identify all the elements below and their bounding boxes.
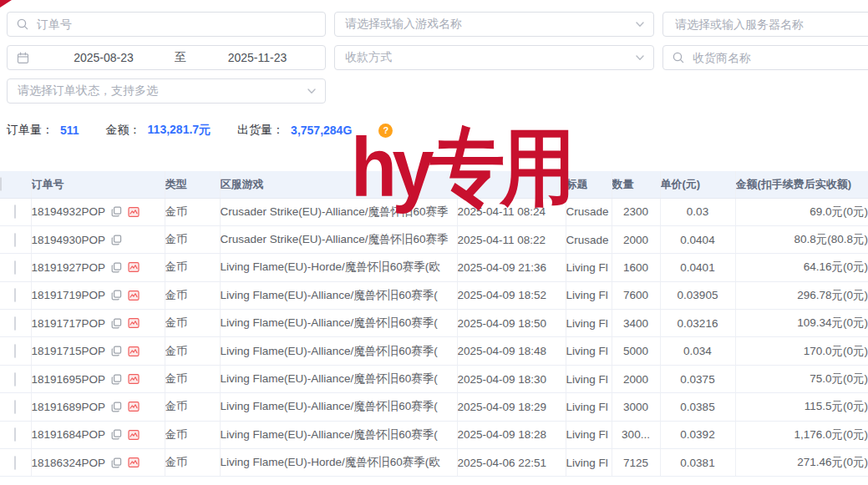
game-server: Crusader Strike(EU)-Alliance/魔兽怀旧60赛季	[220, 198, 457, 225]
order-title: Living Fl	[566, 393, 612, 421]
header-amount: 金额(扣手续费后实收额)	[735, 171, 868, 198]
merchant-name-input[interactable]	[691, 50, 868, 65]
order-amount: 109.34元(0元)	[735, 310, 868, 337]
game-server: Living Flame(EU)-Horde/魔兽怀旧60赛季(欧	[220, 254, 457, 281]
table-row: 18194930POP 金币 Crusader Strike(EU)-Allia…	[0, 225, 868, 253]
order-title: Living Fl	[566, 365, 612, 392]
header-time	[457, 171, 566, 198]
server-name-filter[interactable]	[662, 12, 868, 37]
order-type: 金币	[165, 449, 220, 477]
row-checkbox[interactable]	[14, 288, 16, 302]
chevron-down-icon	[307, 86, 317, 96]
order-amount: 170.0元(0元)	[735, 337, 868, 365]
image-icon[interactable]	[128, 261, 140, 273]
row-checkbox[interactable]	[14, 205, 16, 219]
row-checkbox[interactable]	[14, 344, 16, 358]
row-checkbox[interactable]	[14, 372, 16, 386]
copy-icon[interactable]	[111, 457, 122, 468]
order-number: 18191927POP	[32, 261, 106, 274]
order-price: 0.03216	[660, 310, 735, 337]
header-order-no: 订单号	[31, 171, 165, 198]
order-qty: 7125	[612, 449, 660, 477]
order-price: 0.0375	[660, 365, 735, 392]
merchant-name-filter[interactable]	[662, 45, 868, 70]
copy-icon[interactable]	[111, 374, 122, 385]
copy-icon[interactable]	[111, 346, 122, 356]
copy-icon[interactable]	[111, 429, 122, 440]
header-title: 标题	[566, 171, 612, 198]
image-icon[interactable]	[128, 290, 140, 301]
image-icon[interactable]	[128, 317, 140, 329]
table-row: 18194932POP 金币 Crusader Strike(EU)-Allia…	[0, 198, 868, 225]
order-time: 2025-04-09 18:52	[457, 281, 566, 309]
order-type: 金币	[165, 365, 220, 392]
date-end[interactable]: 2025-11-23	[190, 51, 325, 64]
copy-icon[interactable]	[111, 235, 122, 245]
select-all-checkbox[interactable]	[0, 177, 2, 191]
order-number: 18191695POP	[32, 373, 106, 386]
order-amount: 115.5元(0元)	[735, 393, 868, 421]
order-price: 0.03905	[660, 281, 735, 309]
table-row: 18191684POP 金币 Living Flame(EU)-Alliance…	[0, 421, 868, 448]
copy-icon[interactable]	[111, 318, 122, 329]
help-icon[interactable]: ?	[378, 124, 393, 138]
order-time: 2025-04-06 22:51	[457, 449, 566, 477]
order-time: 2025-04-09 18:50	[457, 310, 566, 337]
header-qty: 数量	[612, 171, 660, 198]
order-type: 金币	[165, 310, 220, 337]
payment-method-placeholder: 收款方式	[345, 50, 392, 65]
order-price: 0.034	[660, 337, 735, 365]
order-qty: 3000	[612, 393, 660, 421]
row-checkbox[interactable]	[14, 316, 16, 331]
order-type: 金币	[165, 421, 220, 448]
summary-bar: 订单量： 511 金额： 113,281.7元 出货量： 3,757,284G …	[7, 123, 393, 138]
order-type: 金币	[165, 393, 220, 421]
server-name-input[interactable]	[673, 17, 868, 32]
order-type: 金币	[165, 281, 220, 309]
order-title: Living Fl	[566, 281, 612, 309]
game-select-placeholder: 请选择或输入游戏名称	[345, 17, 462, 32]
order-price: 0.0404	[660, 225, 735, 253]
game-select[interactable]: 请选择或输入游戏名称	[334, 12, 654, 37]
image-icon[interactable]	[128, 429, 140, 441]
payment-method-select[interactable]: 收款方式	[334, 45, 654, 70]
image-icon[interactable]	[128, 206, 140, 218]
image-icon[interactable]	[128, 401, 140, 412]
order-number: 18186324POP	[32, 457, 106, 469]
game-server: Living Flame(EU)-Alliance/魔兽怀旧60赛季(	[220, 393, 457, 421]
date-range-picker[interactable]: 2025-08-23 至 2025-11-23	[7, 45, 326, 70]
row-checkbox[interactable]	[14, 233, 16, 247]
order-time: 2025-04-09 21:36	[457, 254, 566, 281]
order-type: 金币	[165, 254, 220, 281]
order-title: Living Fl	[566, 421, 612, 448]
image-icon[interactable]	[128, 457, 140, 468]
order-number: 18191684POP	[32, 428, 106, 441]
order-qty: 300...	[612, 421, 660, 448]
game-server: Living Flame(EU)-Alliance/魔兽怀旧60赛季(	[220, 337, 457, 365]
order-price: 0.0401	[660, 254, 735, 281]
game-server: Living Flame(EU)-Alliance/魔兽怀旧60赛季(	[220, 365, 457, 392]
image-icon[interactable]	[128, 373, 140, 385]
order-status-select[interactable]: 请选择订单状态，支持多选	[7, 78, 326, 104]
order-number-filter[interactable]	[7, 12, 326, 37]
watermark-corner-fragment	[0, 0, 12, 8]
order-title: Living Fl	[566, 449, 612, 477]
search-icon	[673, 52, 684, 63]
order-time: 2025-04-09 18:48	[457, 337, 566, 365]
copy-icon[interactable]	[111, 206, 122, 217]
row-checkbox[interactable]	[14, 400, 16, 414]
order-qty: 1600	[612, 254, 660, 281]
row-checkbox[interactable]	[14, 427, 16, 442]
game-server: Living Flame(EU)-Horde/魔兽怀旧60赛季(欧	[220, 449, 457, 477]
copy-icon[interactable]	[111, 262, 122, 273]
order-number-input[interactable]	[35, 17, 325, 32]
order-number: 18194932POP	[32, 205, 106, 218]
date-start[interactable]: 2025-08-23	[36, 51, 171, 64]
image-icon[interactable]	[128, 346, 140, 357]
copy-icon[interactable]	[111, 290, 122, 301]
row-checkbox[interactable]	[14, 456, 16, 470]
row-checkbox[interactable]	[14, 260, 16, 275]
order-count-label: 订单量：	[7, 123, 53, 138]
copy-icon[interactable]	[111, 402, 122, 412]
order-count-value: 511	[60, 124, 79, 137]
